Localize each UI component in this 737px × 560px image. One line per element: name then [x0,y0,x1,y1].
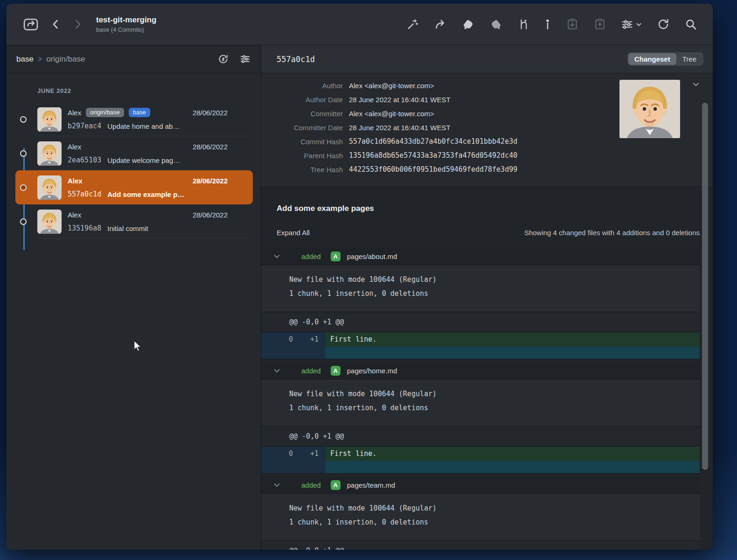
commit-message: Update welcome pag… [107,156,180,164]
commit-short-hash: b297eac4 [68,122,101,130]
meta-value: 28 June 2022 at 16:40:41 WEST [349,96,451,104]
commit-date: 28/06/2022 [193,211,228,219]
changes-summary: Showing 4 changed files with 4 additions… [524,229,700,237]
commit-detail-panel: 557a0c1d Changeset Tree AuthorAlex <alex… [261,45,713,550]
avatar-illustration [37,107,62,132]
commit-date: 28/06/2022 [193,109,228,117]
cherry-pick-button[interactable] [462,19,474,30]
commit-short-hash: 2ea65103 [68,156,101,164]
push-button[interactable] [594,18,606,30]
file-status-label: added [301,252,321,260]
commit-graph-node [20,184,27,191]
commit-row-selected[interactable]: Alex 28/06/2022 557a0c1d Add some exampl… [15,170,253,204]
tab-changeset[interactable]: Changeset [628,53,676,65]
refresh-icon [657,18,669,30]
repository-icon [23,18,38,31]
diff-context-line [261,347,700,359]
commit-date: 28/06/2022 [193,143,228,151]
commit-message: Initial commit [107,224,148,232]
author-avatar [619,80,680,138]
commit-filter-button[interactable] [240,54,250,64]
avatar-illustration [37,141,62,166]
old-line-number: 0 [261,332,303,347]
breadcrumb-branch[interactable]: base [16,55,34,64]
commit-row[interactable]: Alex 28/06/2022 135196a8 Initial commit [15,204,253,238]
refresh-button[interactable] [657,18,669,30]
search-icon [685,18,697,30]
diff-added-line: 0 +1 First line. [261,332,700,347]
month-section-header: JUNE 2022 [37,87,261,94]
file-header[interactable]: added A pages/home.md [261,362,700,379]
avatar [37,210,62,234]
hunk-header: @@ -0,0 +1 @@ [261,426,700,447]
chevron-down-icon [692,81,700,88]
commit-message-title: Add some example pages [277,203,697,214]
chevron-left-icon [50,19,61,30]
person-icon [518,18,529,30]
back-button[interactable] [50,19,61,30]
expand-all-button[interactable]: Expand All [277,229,310,237]
chevron-right-icon [73,19,83,30]
tab-tree[interactable]: Tree [676,53,702,65]
commit-author: Alex [68,211,81,219]
chevron-down-icon [636,21,642,28]
sliders-icon [621,19,633,30]
avatar-menu-button[interactable] [692,81,700,88]
commit-short-hash: 135196a8 [68,224,101,232]
commit-row[interactable]: Alex 28/06/2022 2ea65103 Update welcome … [15,136,253,170]
commit-graph-node [20,218,27,225]
circular-arrow-icon [218,54,229,64]
commit-message: Update home and ab… [107,122,180,130]
app-window: test-git-merging base (4 Commits) [7,4,713,550]
file-header[interactable]: added A pages/about.md [261,248,700,265]
disclosure-chevron-icon[interactable] [273,367,281,375]
breadcrumb-upstream[interactable]: origin/base [46,55,85,64]
workflow-filter-button[interactable] [621,19,642,30]
history-button[interactable] [218,54,229,64]
search-button[interactable] [685,18,697,30]
undo-button[interactable] [434,18,446,30]
commit-row[interactable]: Alex origin/base base 28/06/2022 b297eac… [15,102,253,136]
stash-button[interactable] [490,19,502,30]
titlebar-title-block: test-git-merging base (4 Commits) [96,15,156,33]
file-info: New file with mode 100644 (Regular) 1 ch… [261,265,700,312]
disclosure-chevron-icon[interactable] [273,252,281,260]
changed-files-list: added A pages/about.md New file with mod… [261,248,700,550]
clipboard-up-icon [594,18,606,30]
file-diff-block: added A pages/home.md New file with mode… [261,362,700,476]
commit-author: Alex [68,177,83,185]
meta-value: Alex <alex@git-tower.com> [349,82,434,90]
file-path: pages/team.md [347,481,395,489]
file-header[interactable]: added A pages/team.md [261,476,700,494]
disclosure-chevron-icon[interactable] [273,481,281,489]
file-status-badge: A [331,480,341,490]
avatar [37,175,62,200]
detail-body: AuthorAlex <alex@git-tower.com> Author D… [261,73,713,550]
hunk-header: @@ -0,0 +1 @@ [261,540,700,550]
sidebar-header-actions [218,54,250,64]
diff-context-line [261,461,700,474]
scrollbar-thumb[interactable] [702,103,708,470]
avatar [37,141,62,166]
detail-header: 557a0c1d Changeset Tree [261,45,713,73]
file-mode-line: New file with mode 100644 (Regular) [289,501,700,515]
detail-commit-hash: 557a0c1d [277,55,315,64]
magic-wand-button[interactable] [407,18,419,30]
diff-line-content: First line. [326,447,700,461]
meta-label: Committer [261,110,343,118]
diff-line-content: First line. [326,332,700,347]
commit-author: Alex [68,143,81,151]
local-branch-badge[interactable]: base [129,108,150,117]
breadcrumb-separator: > [38,55,42,63]
open-repository-button[interactable] [23,18,38,31]
remote-branch-badge[interactable]: origin/base [86,108,124,117]
old-line-number: 0 [261,447,303,461]
mitten-icon [462,19,474,30]
pull-button[interactable] [566,18,578,30]
branch-breadcrumb-bar: base > origin/base [7,45,261,73]
file-chunk-line: 1 chunk, 1 insertion, 0 deletions [289,287,700,301]
checkout-button[interactable] [518,18,529,30]
new-line-number: +1 [303,447,326,461]
forward-button[interactable] [73,19,83,30]
commit-button[interactable] [544,18,551,30]
